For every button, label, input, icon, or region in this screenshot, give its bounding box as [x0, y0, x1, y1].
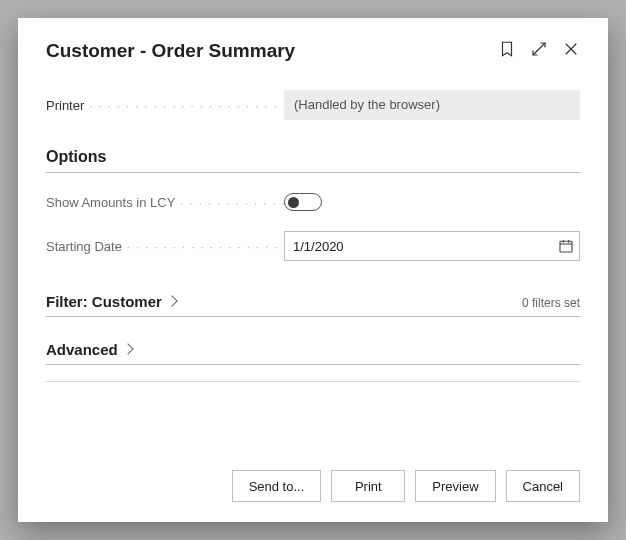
calendar-icon[interactable] — [558, 238, 574, 254]
close-icon[interactable] — [562, 40, 580, 58]
dialog-footer: Send to... Print Preview Cancel — [46, 470, 580, 502]
show-lcy-label: Show Amounts in LCY — [46, 195, 284, 210]
printer-row: Printer (Handled by the browser) — [46, 90, 580, 120]
svg-rect-0 — [560, 241, 572, 252]
advanced-heading: Advanced — [46, 341, 118, 358]
options-heading: Options — [46, 148, 580, 166]
filter-divider — [46, 316, 580, 317]
show-lcy-toggle[interactable] — [284, 193, 322, 211]
options-divider — [46, 172, 580, 173]
dialog-title: Customer - Order Summary — [46, 40, 295, 62]
preview-button[interactable]: Preview — [415, 470, 495, 502]
starting-date-input[interactable] — [284, 231, 580, 261]
chevron-right-icon — [166, 295, 177, 306]
header-actions — [498, 40, 580, 58]
starting-date-label: Starting Date — [46, 239, 284, 254]
send-to-button[interactable]: Send to... — [232, 470, 322, 502]
filter-customer-section[interactable]: Filter: Customer 0 filters set — [46, 293, 580, 310]
report-request-dialog: Customer - Order Summary Printer (Handle… — [18, 18, 608, 522]
cancel-button[interactable]: Cancel — [506, 470, 580, 502]
advanced-section[interactable]: Advanced — [46, 341, 580, 358]
bookmark-icon[interactable] — [498, 40, 516, 58]
dialog-header: Customer - Order Summary — [46, 40, 580, 62]
printer-value[interactable]: (Handled by the browser) — [284, 90, 580, 120]
expand-icon[interactable] — [530, 40, 548, 58]
starting-date-row: Starting Date — [46, 231, 580, 261]
filter-customer-heading: Filter: Customer — [46, 293, 162, 310]
footer-divider — [46, 381, 580, 382]
advanced-divider — [46, 364, 580, 365]
show-lcy-row: Show Amounts in LCY — [46, 187, 580, 217]
chevron-right-icon — [122, 343, 133, 354]
filter-count: 0 filters set — [522, 296, 580, 310]
print-button[interactable]: Print — [331, 470, 405, 502]
printer-label: Printer — [46, 98, 284, 113]
